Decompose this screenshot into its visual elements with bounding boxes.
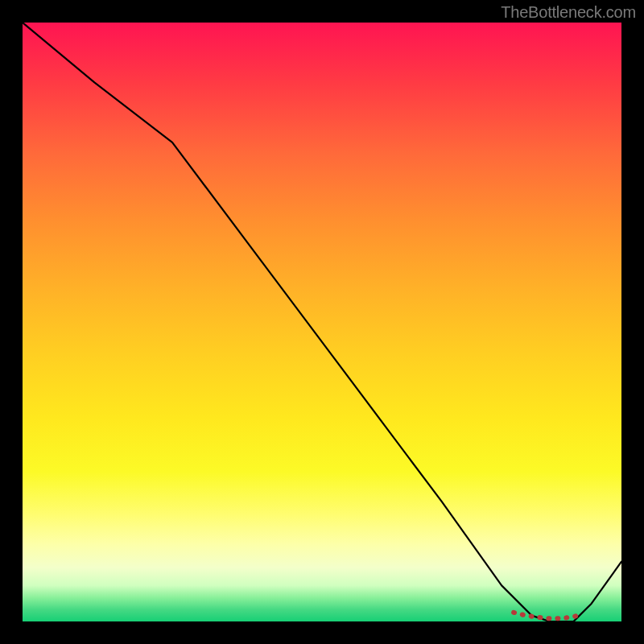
bottleneck-curve <box>23 23 621 621</box>
optimal-zone-marker <box>514 613 583 619</box>
watermark-label: TheBottleneck.com <box>501 3 636 22</box>
chart-frame: TheBottleneck.com <box>0 0 644 644</box>
chart-overlay <box>23 23 621 621</box>
